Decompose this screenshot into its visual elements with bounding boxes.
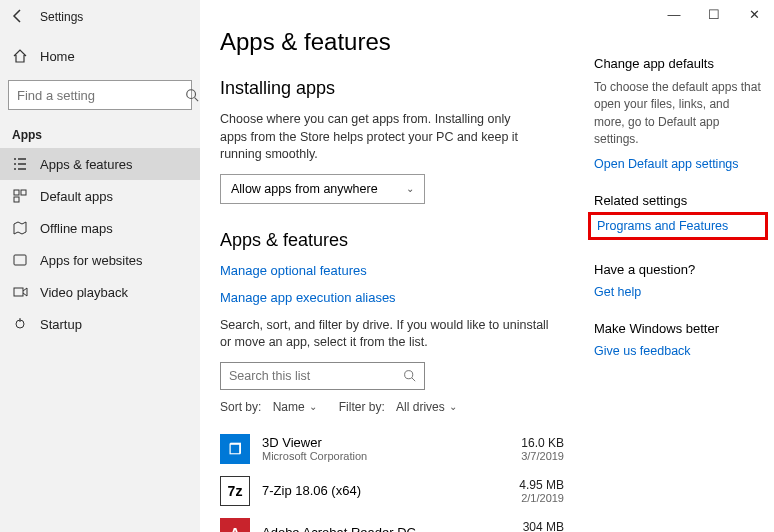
feedback-title: Make Windows better bbox=[594, 321, 762, 336]
appsfeatures-heading: Apps & features bbox=[220, 230, 574, 251]
nav-default-apps[interactable]: Default apps bbox=[0, 180, 200, 212]
app-icon: ❒ bbox=[220, 434, 250, 464]
maximize-button[interactable]: ☐ bbox=[694, 0, 734, 28]
svg-rect-2 bbox=[14, 190, 19, 195]
open-defaults-link[interactable]: Open Default app settings bbox=[594, 157, 762, 171]
svg-point-0 bbox=[187, 90, 196, 99]
defaults-title: Change app defaults bbox=[594, 56, 762, 71]
sort-by[interactable]: Sort by: Name ⌄ bbox=[220, 400, 317, 414]
defaults-icon bbox=[12, 188, 28, 204]
svg-point-9 bbox=[405, 371, 413, 379]
list-icon bbox=[12, 156, 28, 172]
app-search-input[interactable] bbox=[229, 369, 403, 383]
startup-icon bbox=[12, 316, 28, 332]
highlight-programs-features: Programs and Features bbox=[588, 212, 768, 240]
get-help-link[interactable]: Get help bbox=[594, 285, 762, 299]
nav-label: Apps & features bbox=[40, 157, 133, 172]
chevron-down-icon: ⌄ bbox=[449, 401, 457, 412]
app-icon: 7z bbox=[220, 476, 250, 506]
app-name: 3D Viewer bbox=[262, 435, 521, 450]
sidebar-search-input[interactable] bbox=[17, 88, 185, 103]
page-title: Apps & features bbox=[220, 28, 574, 56]
nav-label: Apps for websites bbox=[40, 253, 143, 268]
search-icon bbox=[403, 369, 416, 382]
feedback-link[interactable]: Give us feedback bbox=[594, 344, 762, 358]
chevron-down-icon: ⌄ bbox=[309, 401, 317, 412]
installing-desc: Choose where you can get apps from. Inst… bbox=[220, 111, 530, 164]
app-list: ❒3D ViewerMicrosoft Corporation16.0 KB3/… bbox=[220, 428, 574, 533]
app-date: 3/7/2019 bbox=[521, 450, 564, 462]
svg-line-10 bbox=[412, 378, 415, 381]
svg-rect-4 bbox=[14, 197, 19, 202]
nav-label: Video playback bbox=[40, 285, 128, 300]
nav-video-playback[interactable]: Video playback bbox=[0, 276, 200, 308]
web-icon bbox=[12, 252, 28, 268]
app-date: 2/1/2019 bbox=[519, 492, 564, 504]
nav-label: Default apps bbox=[40, 189, 113, 204]
dropdown-value: Allow apps from anywhere bbox=[231, 182, 378, 196]
install-source-dropdown[interactable]: Allow apps from anywhere ⌄ bbox=[220, 174, 425, 204]
nav-apps-features[interactable]: Apps & features bbox=[0, 148, 200, 180]
manage-aliases-link[interactable]: Manage app execution aliases bbox=[220, 290, 396, 305]
home-label: Home bbox=[40, 49, 75, 64]
svg-rect-6 bbox=[14, 288, 23, 296]
app-size: 4.95 MB bbox=[519, 478, 564, 492]
app-size: 16.0 KB bbox=[521, 436, 564, 450]
app-icon: A bbox=[220, 518, 250, 533]
right-panel: Change app defaults To choose the defaul… bbox=[594, 0, 774, 532]
svg-rect-3 bbox=[21, 190, 26, 195]
appsfeatures-desc: Search, sort, and filter by drive. If yo… bbox=[220, 317, 560, 352]
video-icon bbox=[12, 284, 28, 300]
question-title: Have a question? bbox=[594, 262, 762, 277]
app-publisher: Microsoft Corporation bbox=[262, 450, 521, 462]
filter-by[interactable]: Filter by: All drives ⌄ bbox=[339, 400, 457, 414]
svg-rect-5 bbox=[14, 255, 26, 265]
manage-optional-link[interactable]: Manage optional features bbox=[220, 263, 367, 278]
map-icon bbox=[12, 220, 28, 236]
nav-startup[interactable]: Startup bbox=[0, 308, 200, 340]
minimize-button[interactable]: — bbox=[654, 0, 694, 28]
nav-label: Startup bbox=[40, 317, 82, 332]
window-title: Settings bbox=[40, 10, 190, 24]
close-button[interactable]: ✕ bbox=[734, 0, 774, 28]
app-search[interactable] bbox=[220, 362, 425, 390]
svg-line-1 bbox=[195, 98, 199, 102]
app-row[interactable]: ❒3D ViewerMicrosoft Corporation16.0 KB3/… bbox=[220, 428, 574, 470]
nav-label: Offline maps bbox=[40, 221, 113, 236]
home-icon bbox=[12, 48, 28, 64]
nav-home[interactable]: Home bbox=[0, 42, 200, 70]
programs-features-link[interactable]: Programs and Features bbox=[597, 219, 728, 233]
search-icon bbox=[185, 88, 199, 102]
defaults-desc: To choose the default apps that open you… bbox=[594, 79, 762, 149]
chevron-down-icon: ⌄ bbox=[406, 183, 414, 194]
app-row[interactable]: 7z7-Zip 18.06 (x64)4.95 MB2/1/2019 bbox=[220, 470, 574, 512]
app-name: 7-Zip 18.06 (x64) bbox=[262, 483, 519, 498]
related-title: Related settings bbox=[594, 193, 762, 208]
installing-heading: Installing apps bbox=[220, 78, 574, 99]
app-row[interactable]: AAdobe Acrobat Reader DC304 MB2/21/2019 bbox=[220, 512, 574, 533]
app-size: 304 MB bbox=[515, 520, 564, 533]
app-name: Adobe Acrobat Reader DC bbox=[262, 525, 515, 532]
content: Apps & features Installing apps Choose w… bbox=[200, 0, 594, 532]
category-label: Apps bbox=[0, 124, 200, 148]
sidebar-search[interactable] bbox=[8, 80, 192, 110]
nav-apps-websites[interactable]: Apps for websites bbox=[0, 244, 200, 276]
nav-offline-maps[interactable]: Offline maps bbox=[0, 212, 200, 244]
back-icon[interactable] bbox=[10, 8, 26, 24]
sidebar: Settings Home Apps Apps & features Defau… bbox=[0, 0, 200, 532]
